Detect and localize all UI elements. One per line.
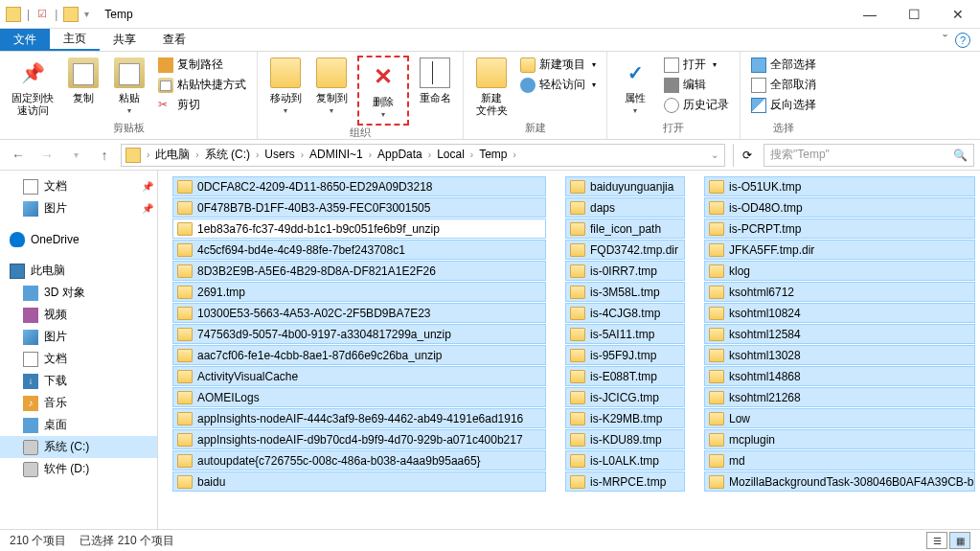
help-icon[interactable]: ? — [955, 33, 970, 48]
chevron-right-icon[interactable]: › — [194, 149, 200, 160]
icons-view-button[interactable]: ▦ — [949, 532, 970, 549]
chevron-right-icon[interactable]: › — [512, 149, 518, 160]
nav-item[interactable]: 下载 — [0, 370, 157, 392]
move-to-button[interactable]: 移动到 ▾ — [265, 56, 306, 118]
file-item[interactable]: AOMEILogs — [172, 387, 546, 407]
file-item[interactable]: is-E088T.tmp — [565, 366, 685, 386]
file-item[interactable]: ksohtml12584 — [704, 324, 975, 344]
rename-button[interactable]: 重命名 — [415, 56, 455, 106]
breadcrumb-segment[interactable]: 此电脑 — [151, 148, 194, 161]
new-folder-button[interactable]: 新建 文件夹 — [471, 56, 512, 119]
file-item[interactable]: 0F478B7B-D1FF-40B3-A359-FEC0F3001505 — [172, 197, 546, 218]
invert-selection-button[interactable]: 反向选择 — [748, 96, 819, 114]
file-item[interactable]: is-OD48O.tmp — [704, 197, 975, 218]
nav-item[interactable]: 3D 对象 — [0, 282, 157, 304]
chevron-right-icon[interactable]: › — [367, 149, 374, 160]
close-button[interactable]: ✕ — [936, 0, 980, 29]
ribbon-collapse[interactable]: ˇ — [943, 33, 947, 48]
file-item[interactable]: is-4CJG8.tmp — [565, 303, 685, 323]
select-all-button[interactable]: 全部选择 — [748, 56, 819, 74]
nav-item[interactable]: 图片 — [0, 326, 157, 348]
file-item[interactable]: 2691.tmp — [172, 282, 546, 302]
up-button[interactable]: ↑ — [92, 144, 117, 167]
file-item[interactable]: 4c5cf694-bd4e-4c49-88fe-7bef243708c1 — [172, 240, 546, 260]
file-item[interactable]: mcplugin — [704, 429, 975, 449]
tab-view[interactable]: 查看 — [149, 29, 199, 51]
file-item[interactable]: ksohtml13028 — [704, 345, 975, 365]
file-item[interactable]: baidu — [172, 471, 546, 492]
file-item[interactable]: ksohtml21268 — [704, 387, 975, 407]
breadcrumb-segment[interactable]: Users — [261, 148, 298, 161]
pin-to-quick-access-button[interactable]: 📌 固定到快 速访问 — [8, 56, 57, 119]
navigation-panel[interactable]: 文档📌图片📌OneDrive此电脑3D 对象视频图片文档下载音乐桌面系统 (C:… — [0, 171, 158, 529]
file-item[interactable]: ksohtml10824 — [704, 303, 975, 323]
file-item[interactable]: 747563d9-5057-4b00-9197-a3304817299a_unz… — [172, 324, 546, 344]
file-item[interactable]: 8D3B2E9B-A5E6-4B29-8D8A-DF821A1E2F26 — [172, 261, 546, 281]
chevron-right-icon[interactable]: › — [145, 149, 151, 160]
file-item[interactable]: aac7cf06-fe1e-4cbb-8ae1-87d66e9c26ba_unz… — [172, 345, 546, 365]
file-item[interactable]: is-KDU89.tmp — [565, 429, 685, 449]
select-none-button[interactable]: 全部取消 — [748, 76, 819, 94]
file-item[interactable]: 1eb83a76-fc37-49dd-b1c1-b9c051fe6b9f_unz… — [172, 218, 546, 239]
file-item[interactable]: FQD3742.tmp.dir — [565, 240, 685, 260]
file-item[interactable]: ksohtml6712 — [704, 282, 975, 302]
recent-button[interactable]: ▾ — [63, 144, 88, 167]
tab-home[interactable]: 主页 — [50, 29, 100, 51]
file-item[interactable]: is-O51UK.tmp — [704, 176, 975, 196]
file-item[interactable]: baiduyunguanjia — [565, 176, 685, 196]
breadcrumb-segment[interactable]: Local — [433, 148, 468, 161]
file-tab[interactable]: 文件 — [0, 29, 50, 51]
nav-item[interactable]: 音乐 — [0, 392, 157, 414]
paste-button[interactable]: 粘贴 ▾ — [109, 56, 149, 118]
copy-to-button[interactable]: 复制到 ▾ — [311, 56, 352, 118]
file-item[interactable]: is-K29MB.tmp — [565, 408, 685, 428]
tab-share[interactable]: 共享 — [100, 29, 149, 51]
breadcrumb-segment[interactable]: 系统 (C:) — [201, 148, 254, 161]
chevron-down-icon[interactable]: ⌄ — [705, 149, 724, 160]
file-item[interactable]: MozillaBackgroundTask-308046B0AF4A39CB-b… — [704, 471, 975, 492]
history-button[interactable]: 历史记录 — [661, 96, 732, 114]
breadcrumb-segment[interactable]: ADMINI~1 — [306, 148, 367, 161]
file-item[interactable]: klog — [704, 261, 975, 281]
breadcrumb-segment[interactable]: AppData — [374, 148, 426, 161]
chevron-right-icon[interactable]: › — [299, 149, 306, 160]
nav-item[interactable]: 文档 — [0, 348, 157, 370]
file-item[interactable]: 0DCFA8C2-4209-4D11-8650-ED29A09D3218 — [172, 176, 546, 196]
nav-item[interactable]: 系统 (C:) — [0, 436, 157, 458]
file-item[interactable]: file_icon_path — [565, 218, 685, 239]
back-button[interactable]: ← — [6, 144, 31, 167]
file-item[interactable]: is-5AI11.tmp — [565, 324, 685, 344]
file-item[interactable]: is-95F9J.tmp — [565, 345, 685, 365]
nav-item[interactable]: 文档📌 — [0, 175, 157, 197]
nav-item[interactable]: 此电脑 — [0, 260, 157, 282]
nav-item[interactable]: OneDrive — [0, 229, 157, 250]
file-item[interactable]: ActivityVisualCache — [172, 366, 546, 386]
minimize-button[interactable]: — — [848, 0, 892, 29]
file-item[interactable]: is-PCRPT.tmp — [704, 218, 975, 239]
nav-item[interactable]: 桌面 — [0, 414, 157, 436]
file-item[interactable]: ksohtml14868 — [704, 366, 975, 386]
qat-checkbox-icon[interactable]: ☑ — [35, 8, 49, 21]
properties-button[interactable]: ✓ 属性 ▾ — [615, 56, 655, 118]
new-item-button[interactable]: 新建项目▾ — [517, 56, 599, 74]
file-item[interactable]: appInsights-nodeAIF-444c3af9-8e69-4462-a… — [172, 408, 546, 428]
maximize-button[interactable]: ☐ — [892, 0, 936, 29]
file-item[interactable]: daps — [565, 197, 685, 218]
open-button[interactable]: 打开▾ — [661, 56, 732, 74]
paste-shortcut-button[interactable]: 粘贴快捷方式 — [155, 76, 249, 94]
file-item[interactable]: is-JCICG.tmp — [565, 387, 685, 407]
nav-item[interactable]: 软件 (D:) — [0, 458, 157, 480]
file-item[interactable]: Low — [704, 408, 975, 428]
nav-item[interactable]: 视频 — [0, 304, 157, 326]
copy-path-button[interactable]: 复制路径 — [155, 56, 249, 74]
forward-button[interactable]: → — [34, 144, 59, 167]
breadcrumb-segment[interactable]: Temp — [475, 148, 511, 161]
search-input[interactable]: 搜索"Temp" 🔍 — [763, 144, 974, 167]
file-item[interactable]: is-MRPCE.tmp — [565, 471, 685, 492]
file-item[interactable]: autoupdate{c726755c-008c-486a-b038-a4aa9… — [172, 450, 546, 471]
delete-button[interactable]: ✕ 删除 ▾ — [363, 59, 403, 122]
edit-button[interactable]: 编辑 — [661, 76, 732, 94]
copy-button[interactable]: 复制 — [63, 56, 103, 106]
file-item[interactable]: is-3M58L.tmp — [565, 282, 685, 302]
qat-dropdown-icon[interactable]: ▾ — [84, 9, 89, 19]
